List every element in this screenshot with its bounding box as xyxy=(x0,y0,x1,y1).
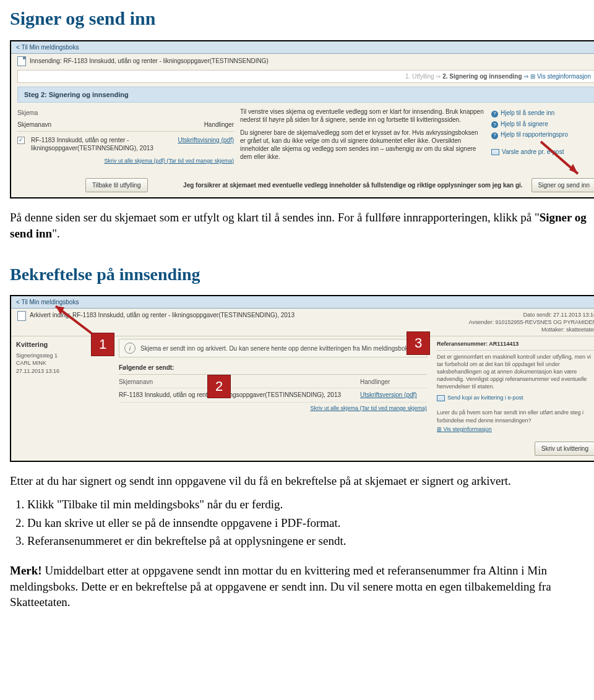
signer-name: CARL MINK xyxy=(16,359,109,367)
col-skjemanavn: Skjemanavn xyxy=(17,121,186,129)
back-to-fill-button[interactable]: Tilbake til utfylling xyxy=(85,178,148,192)
paragraph-after-shot1: På denne siden ser du skjemaet som er ut… xyxy=(10,210,594,241)
form-icon xyxy=(17,56,26,66)
print-all-link[interactable]: Skriv ut alle skjema (pdf) (Tar tid ved … xyxy=(17,158,234,165)
wizard-steps: 1. Utfylling ⇒ 2. Signering og innsendin… xyxy=(17,70,594,83)
step-header: Steg 2: Signering og innsending xyxy=(17,87,594,103)
schema-label: Skjema xyxy=(17,108,234,118)
declaration-text: Jeg forsikrer at skjemaet med eventuelle… xyxy=(183,181,523,189)
list-item-3: Referansenummeret er din bekreftelse på … xyxy=(27,533,594,549)
info-icon: i xyxy=(124,343,136,354)
paragraph-after-shot2: Etter at du har signert og sendt inn opp… xyxy=(10,473,594,489)
col-handlinger: Handlinger xyxy=(204,121,234,129)
form-title: Innsending: RF-1183 Innskudd, utlån og r… xyxy=(30,57,269,65)
later-question: Lurer du på hvem som har sendt inn eller… xyxy=(437,409,594,424)
tbl-col-action: Handlinger xyxy=(360,378,427,386)
screenshot-signer: < Til Min meldingsboks Innsending: RF-11… xyxy=(10,40,594,199)
svg-marker-1 xyxy=(569,164,578,174)
info-paragraph-2: Du signerer bare de skjema/vedlegg som d… xyxy=(240,129,485,161)
schema-name: RF-1183 Innskudd, utlån og renter - likn… xyxy=(31,136,171,152)
show-step-info-2[interactable]: ⊞ Vis steginformasjon xyxy=(437,425,594,433)
schema-checkbox[interactable] xyxy=(17,137,25,144)
following-sent: Følgende er sendt: xyxy=(119,361,427,375)
print-all-2[interactable]: Skriv ut alle skjema (Tar tid ved mange … xyxy=(119,403,427,414)
screenshot-kvittering: < Til Min meldingsboks Arkivert inding: … xyxy=(10,295,594,463)
list-item-2: Du kan skrive ut eller se på de innsendt… xyxy=(27,515,594,531)
notify-others[interactable]: Varsle andre pr. e-post xyxy=(491,147,594,157)
sign-and-send-button[interactable]: Signer og send inn xyxy=(532,178,594,192)
marker-2: 2 xyxy=(208,375,230,398)
back-to-inbox-2[interactable]: < Til Min meldingsboks xyxy=(11,296,594,309)
heading-confirmation: Bekreftelse på innsending xyxy=(10,263,594,286)
sent-schema-name: RF-1183 Innskudd, utlån og renter - likn… xyxy=(119,391,360,399)
marker-3: 3 xyxy=(407,332,429,354)
numbered-list: Klikk "Tilbake til min meldingsboks" når… xyxy=(10,497,594,549)
print-receipt-button[interactable]: Skriv ut kvittering xyxy=(535,442,594,456)
info-paragraph-1: Til venstre vises skjema og eventuelle v… xyxy=(240,108,485,124)
sign-datetime: 27.11.2013 13:16 xyxy=(16,367,109,375)
tbl-col-name: Skjemanavn xyxy=(119,378,360,386)
show-step-info[interactable]: ⇒ ⊞ Vis steginformasjon xyxy=(523,73,591,80)
form-icon xyxy=(17,311,26,321)
sender: Avsender: 910152955-REVSNES OG PYRAMIDEN xyxy=(469,318,594,326)
reference-number: Referansenummer: AR1114413 xyxy=(437,340,594,350)
print-preview-link[interactable]: Utskriftsvisning (pdf) xyxy=(178,136,234,144)
list-item-1: Klikk "Tilbake til min meldingsboks" når… xyxy=(27,497,594,513)
archived-info: Skjema er sendt inn og arkivert. Du kan … xyxy=(140,344,413,353)
marker-1: 1 xyxy=(92,333,114,356)
help-sign[interactable]: ?Hjelp til å signere xyxy=(491,119,594,130)
send-copy-email[interactable]: Send kopi av kvittering i e-post xyxy=(437,394,594,401)
reference-body: Det er gjennomført en maskinell kontroll… xyxy=(437,353,594,391)
print-version-link[interactable]: Utskriftsversjon (pdf) xyxy=(360,391,427,399)
help-report[interactable]: ?Hjelp til rapporteringspro xyxy=(491,129,594,140)
help-send[interactable]: ?Hjelp til å sende inn xyxy=(491,108,594,119)
merk-paragraph: Merk! Umiddelbart etter at oppgavene sen… xyxy=(10,563,594,610)
receiver: Mottaker: skatteetaten xyxy=(469,326,594,333)
archived-label: Arkivert in xyxy=(30,312,57,318)
page-title: Signer og send inn xyxy=(10,6,594,32)
back-to-inbox[interactable]: < Til Min meldingsboks xyxy=(11,41,594,54)
date-sent: Dato sendt: 27.11.2013 13:16 xyxy=(469,311,594,318)
